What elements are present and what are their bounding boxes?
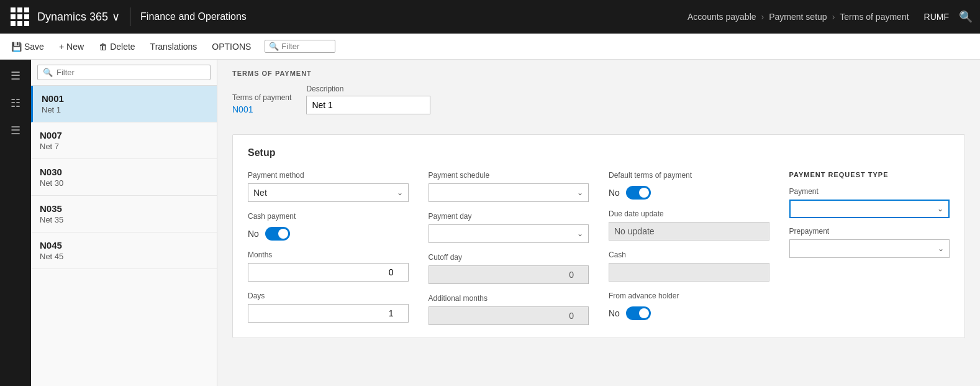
col1: Payment method Net ⌄ Cash payment No bbox=[248, 171, 409, 325]
setup-title: Setup bbox=[248, 147, 950, 159]
cash-group: Cash bbox=[609, 250, 769, 282]
options-button[interactable]: OPTIONS bbox=[206, 36, 257, 57]
col3: Default terms of payment No Due date upd… bbox=[609, 171, 769, 325]
list-filter-input-wrapper[interactable]: 🔍 bbox=[37, 65, 211, 80]
save-icon: 💾 bbox=[11, 42, 22, 52]
list-item-n030-code: N030 bbox=[40, 167, 208, 177]
days-group: Days bbox=[248, 292, 409, 323]
cash-payment-off-text: No bbox=[248, 229, 259, 239]
days-input[interactable] bbox=[248, 304, 409, 323]
list-item-n045-name: Net 45 bbox=[40, 252, 208, 261]
delete-icon: 🗑 bbox=[99, 42, 107, 52]
months-label: Months bbox=[248, 250, 409, 259]
cash-value bbox=[609, 263, 769, 282]
user-label: RUMF bbox=[924, 12, 949, 22]
default-terms-toggle[interactable] bbox=[626, 186, 651, 200]
prepayment-select-caret: ⌄ bbox=[938, 244, 944, 253]
payment-day-select[interactable]: ⌄ bbox=[429, 224, 589, 243]
breadcrumb-sep2: › bbox=[832, 12, 835, 22]
payment-field-group: Payment ⌄ bbox=[789, 187, 950, 218]
payment-select[interactable]: ⌄ bbox=[789, 200, 950, 218]
months-input[interactable] bbox=[248, 263, 409, 282]
translations-label: Translations bbox=[150, 42, 197, 52]
dynamics-title[interactable]: Dynamics 365 ∨ bbox=[37, 10, 120, 24]
default-terms-group: Default terms of payment No bbox=[609, 171, 769, 200]
cash-payment-toggle[interactable] bbox=[265, 227, 290, 241]
top-bar: Dynamics 365 ∨ Finance and Operations Ac… bbox=[0, 0, 980, 34]
payment-day-caret: ⌄ bbox=[577, 229, 583, 238]
due-date-update-value: No update bbox=[609, 222, 769, 241]
cutoff-day-label: Cutoff day bbox=[429, 253, 589, 262]
search-icon[interactable]: 🔍 bbox=[959, 10, 973, 24]
payment-method-select[interactable]: Net ⌄ bbox=[248, 183, 409, 202]
cash-payment-toggle-row: No bbox=[248, 227, 409, 241]
days-label: Days bbox=[248, 292, 409, 300]
list-item-n007[interactable]: N007 Net 7 bbox=[31, 122, 217, 159]
delete-button[interactable]: 🗑 Delete bbox=[93, 36, 141, 57]
prepayment-select[interactable]: ⌄ bbox=[789, 239, 950, 258]
payment-schedule-caret: ⌄ bbox=[577, 188, 583, 197]
payment-method-caret: ⌄ bbox=[397, 188, 403, 197]
description-input[interactable] bbox=[306, 96, 430, 114]
list-item-n045[interactable]: N045 Net 45 bbox=[31, 232, 217, 269]
filter-search-icon: 🔍 bbox=[43, 68, 53, 77]
dynamics-title-text: Dynamics 365 bbox=[37, 11, 108, 24]
hamburger-icon[interactable]: ☰ bbox=[4, 65, 27, 87]
terms-value: N001 bbox=[232, 104, 291, 114]
cash-label: Cash bbox=[609, 250, 769, 259]
form-header-row: Terms of payment N001 Description bbox=[232, 85, 965, 114]
list-item-n035-code: N035 bbox=[40, 203, 208, 214]
breadcrumb-accounts-payable[interactable]: Accounts payable bbox=[687, 12, 756, 22]
setup-grid: Payment method Net ⌄ Cash payment No bbox=[248, 171, 950, 325]
top-bar-right: RUMF 🔍 bbox=[924, 10, 973, 24]
payment-day-label: Payment day bbox=[429, 212, 589, 221]
prepayment-label: Prepayment bbox=[789, 227, 950, 236]
due-date-update-label: Due date update bbox=[609, 209, 769, 218]
payment-request-section: PAYMENT REQUEST TYPE Payment ⌄ Prepaymen… bbox=[789, 171, 950, 325]
list-item-n045-code: N045 bbox=[40, 240, 208, 250]
prepayment-field-group: Prepayment ⌄ bbox=[789, 227, 950, 258]
list-item-n035[interactable]: N035 Net 35 bbox=[31, 196, 217, 232]
additional-months-group: Additional months bbox=[429, 294, 589, 325]
breadcrumb-sep1: › bbox=[761, 12, 764, 22]
new-button[interactable]: + New bbox=[53, 36, 90, 57]
action-bar: 💾 Save + New 🗑 Delete Translations OPTIO… bbox=[0, 34, 980, 60]
payment-request-title: PAYMENT REQUEST TYPE bbox=[789, 171, 950, 178]
list-item-n001-code: N001 bbox=[42, 93, 208, 104]
payment-day-group: Payment day ⌄ bbox=[429, 212, 589, 243]
payment-select-caret: ⌄ bbox=[937, 204, 943, 213]
from-advance-holder-toggle[interactable] bbox=[626, 306, 651, 320]
list-item-n007-code: N007 bbox=[40, 130, 208, 140]
action-bar-search-box[interactable]: 🔍 bbox=[265, 40, 335, 53]
default-terms-toggle-row: No bbox=[609, 186, 769, 200]
additional-months-label: Additional months bbox=[429, 294, 589, 303]
default-terms-label: Default terms of payment bbox=[609, 171, 769, 180]
payment-label: Payment bbox=[789, 187, 950, 196]
apps-button[interactable] bbox=[7, 4, 32, 29]
action-search-input[interactable] bbox=[281, 42, 331, 51]
list-item-n030[interactable]: N030 Net 30 bbox=[31, 159, 217, 196]
section-header: TERMS OF PAYMENT bbox=[232, 70, 965, 77]
title-divider bbox=[130, 7, 130, 26]
detail-panel: TERMS OF PAYMENT Terms of payment N001 D… bbox=[217, 60, 980, 386]
due-date-update-group: Due date update No update bbox=[609, 209, 769, 241]
breadcrumb-terms-of-payment[interactable]: Terms of payment bbox=[840, 12, 909, 22]
delete-label: Delete bbox=[110, 42, 135, 52]
breadcrumb-payment-setup[interactable]: Payment setup bbox=[769, 12, 827, 22]
terms-label: Terms of payment bbox=[232, 93, 291, 102]
breadcrumb: Accounts payable › Payment setup › Terms… bbox=[687, 12, 909, 22]
list-icon[interactable]: ☰ bbox=[4, 119, 27, 142]
filter-icon[interactable]: ☷ bbox=[4, 92, 27, 114]
list-item-n001[interactable]: N001 Net 1 bbox=[31, 86, 217, 122]
list-filter-input[interactable] bbox=[57, 68, 205, 77]
dynamics-caret-icon: ∨ bbox=[112, 10, 120, 24]
from-advance-holder-group: From advance holder No bbox=[609, 292, 769, 320]
default-terms-off-text: No bbox=[609, 188, 620, 198]
save-button[interactable]: 💾 Save bbox=[5, 36, 50, 57]
left-nav: ☰ ☷ ☰ bbox=[0, 60, 31, 386]
description-label: Description bbox=[306, 85, 430, 93]
translations-button[interactable]: Translations bbox=[144, 36, 204, 57]
options-label: OPTIONS bbox=[212, 42, 251, 52]
payment-schedule-select[interactable]: ⌄ bbox=[429, 183, 589, 202]
cutoff-day-group: Cutoff day bbox=[429, 253, 589, 284]
